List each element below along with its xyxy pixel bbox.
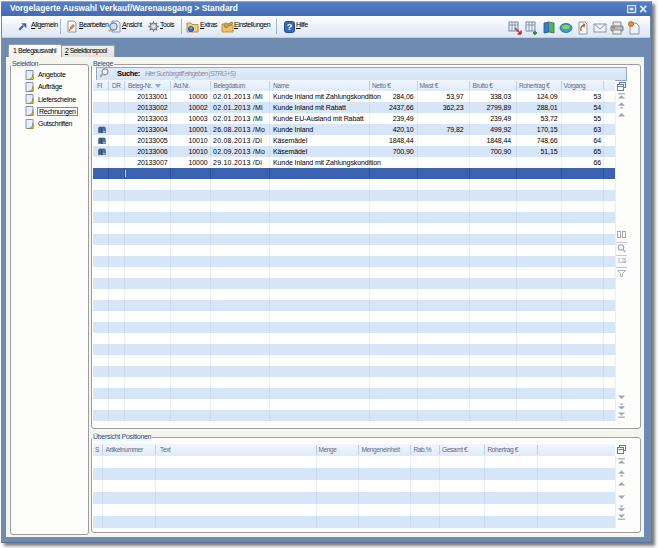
svg-text:12: 12 [617, 257, 625, 264]
svg-text:?: ? [287, 22, 293, 32]
